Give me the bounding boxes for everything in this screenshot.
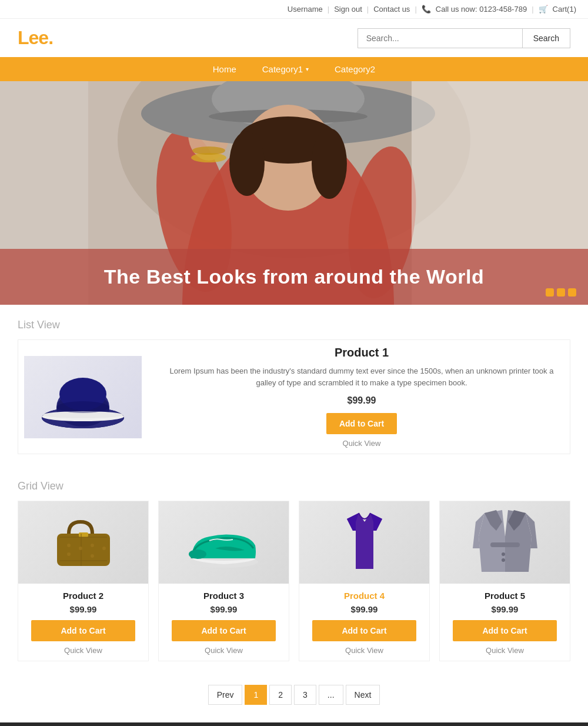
svg-point-32: [79, 547, 82, 550]
svg-point-11: [312, 128, 347, 199]
svg-rect-28: [60, 537, 107, 538]
svg-rect-27: [79, 532, 88, 537]
product2-image: [18, 501, 148, 584]
svg-point-35: [67, 552, 71, 556]
pagination-page-2[interactable]: 2: [269, 685, 292, 705]
cart-link[interactable]: Cart(1): [553, 5, 576, 14]
signout-link[interactable]: Sign out: [334, 5, 362, 14]
product2-price: $99.99: [18, 604, 148, 614]
hero-title: The Best Looks from around the World: [24, 265, 564, 288]
phone-number: Call us now: 0123-458-789: [436, 5, 527, 14]
hero-dots: [546, 288, 576, 297]
logo-text: Lee: [18, 27, 48, 48]
product1-price: $99.99: [159, 395, 564, 406]
nav-home[interactable]: Home: [200, 57, 249, 81]
product5-name: Product 5: [440, 591, 570, 601]
grid-item-1: Product 2 $99.99 Add to Cart Quick View: [18, 501, 149, 661]
phone-icon: 📞: [422, 5, 431, 14]
hat-illustration: [39, 365, 127, 429]
pagination-ellipsis: ...: [319, 685, 343, 705]
username-link[interactable]: Username: [288, 5, 323, 14]
nav-category1[interactable]: Category1 ▾: [249, 57, 322, 81]
nav-category2[interactable]: Category2: [322, 57, 388, 81]
grid-item-3: Product 4 $99.99 Add to Cart Quick View: [299, 501, 430, 661]
product4-quick-view[interactable]: Quick View: [299, 646, 429, 655]
product4-image: [299, 501, 429, 584]
product1-info: Product 1 Lorem Ipsum has been the indus…: [159, 346, 564, 448]
list-view: Product 1 Lorem Ipsum has been the indus…: [0, 339, 588, 466]
product5-price: $99.99: [440, 604, 570, 614]
svg-point-16: [192, 146, 225, 155]
hero-dot-2[interactable]: [557, 288, 565, 297]
product5-add-to-cart[interactable]: Add to Cart: [453, 620, 557, 641]
product5-quick-view[interactable]: Quick View: [440, 646, 570, 655]
hero-section: The Best Looks from around the World: [0, 81, 588, 305]
grid-item-2: Product 3 $99.99 Add to Cart Quick View: [158, 501, 289, 661]
svg-point-34: [102, 547, 106, 550]
svg-point-36: [91, 554, 94, 558]
product3-name: Product 3: [159, 591, 289, 601]
pagination: Prev 1 2 3 ... Next: [0, 673, 588, 722]
shirt-illustration: [332, 510, 397, 575]
logo[interactable]: Lee.: [18, 27, 53, 49]
pagination-next[interactable]: Next: [346, 685, 380, 705]
product4-add-to-cart[interactable]: Add to Cart: [312, 620, 416, 641]
product1-name: Product 1: [159, 346, 564, 359]
svg-point-38: [189, 550, 206, 559]
shoe-illustration: [186, 516, 262, 569]
hero-dot-1[interactable]: [546, 288, 554, 297]
footer: Prestashop Theme Designed With TemplateT…: [0, 722, 588, 726]
product3-quick-view[interactable]: Quick View: [159, 646, 289, 655]
top-bar: Username | Sign out | Contact us | 📞 Cal…: [0, 0, 588, 19]
svg-point-50: [502, 558, 505, 562]
pagination-page-1[interactable]: 1: [245, 685, 267, 705]
svg-point-12: [229, 131, 265, 196]
product2-quick-view[interactable]: Quick View: [18, 646, 148, 655]
bag-illustration: [48, 516, 119, 569]
product5-image: [440, 501, 570, 584]
product2-add-to-cart[interactable]: Add to Cart: [31, 620, 135, 641]
grid-view: Product 2 $99.99 Add to Cart Quick View: [0, 501, 588, 673]
product1-quick-view[interactable]: Quick View: [159, 439, 564, 448]
nav-bar: Home Category1 ▾ Category2: [0, 57, 588, 81]
hero-dot-3[interactable]: [568, 288, 576, 297]
product1-add-to-cart[interactable]: Add to Cart: [326, 413, 397, 434]
product4-price: $99.99: [299, 604, 429, 614]
svg-point-24: [57, 401, 109, 413]
pagination-prev[interactable]: Prev: [208, 685, 243, 705]
chevron-down-icon: ▾: [306, 66, 309, 72]
pagination-page-3[interactable]: 3: [294, 685, 316, 705]
product3-add-to-cart[interactable]: Add to Cart: [172, 620, 276, 641]
svg-rect-29: [60, 560, 107, 561]
product1-image: [24, 356, 142, 438]
grid-view-label: Grid View: [0, 466, 588, 501]
product3-price: $99.99: [159, 604, 289, 614]
logo-dot: .: [48, 27, 53, 48]
grid-item-4: Product 5 $99.99 Add to Cart Quick View: [439, 501, 570, 661]
search-input[interactable]: [358, 28, 522, 48]
product1-description: Lorem Ipsum has been the industry's stan…: [159, 365, 564, 388]
search-button[interactable]: Search: [522, 28, 570, 48]
cart-icon: 🛒: [539, 5, 548, 14]
svg-point-33: [91, 544, 94, 547]
product3-image: [159, 501, 289, 584]
svg-point-31: [67, 544, 71, 547]
list-view-label: List View: [0, 305, 588, 339]
hero-overlay: The Best Looks from around the World: [0, 249, 588, 305]
svg-point-49: [502, 552, 505, 556]
jacket-illustration: [473, 507, 537, 578]
list-item: Product 1 Lorem Ipsum has been the indus…: [18, 339, 570, 454]
product2-name: Product 2: [18, 591, 148, 601]
header: Lee. Search: [0, 19, 588, 57]
svg-rect-48: [490, 542, 520, 547]
contact-link[interactable]: Contact us: [373, 5, 410, 14]
search-bar: Search: [358, 28, 570, 48]
product4-name: Product 4: [299, 591, 429, 601]
